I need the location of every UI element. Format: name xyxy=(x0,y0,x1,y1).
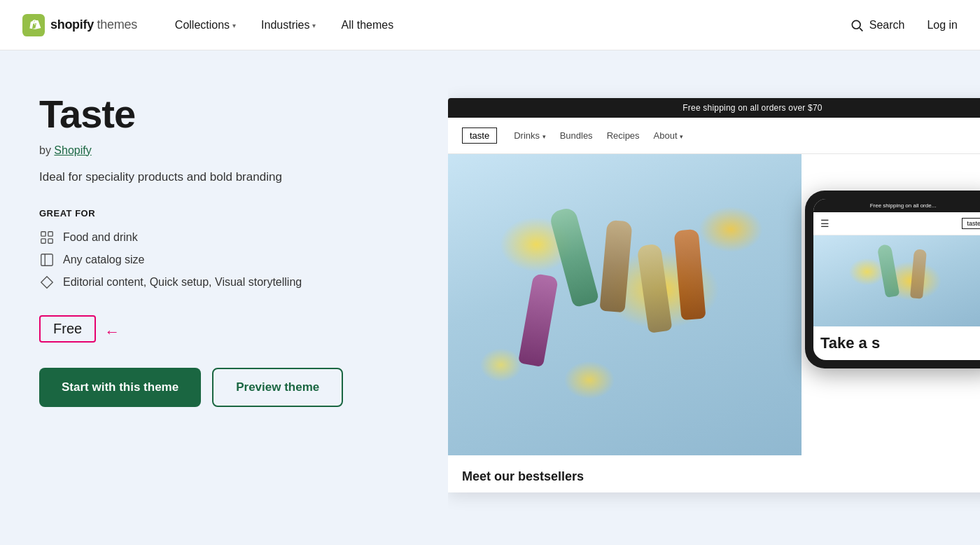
preview-nav-about: About ▾ xyxy=(654,130,684,141)
svg-line-2 xyxy=(860,28,862,31)
theme-description: Ideal for speciality products and bold b… xyxy=(39,168,409,186)
main-content: Taste by Shopify Ideal for speciality pr… xyxy=(0,50,980,545)
mobile-hero-heading: Take a s xyxy=(820,335,980,352)
theme-info-panel: Taste by Shopify Ideal for speciality pr… xyxy=(0,50,448,545)
grid-icon xyxy=(39,230,55,245)
feature-editorial: Editorial content, Quick setup, Visual s… xyxy=(39,275,409,290)
preview-nav-recipes: Recipes xyxy=(607,130,640,141)
mobile-store-logo: taste xyxy=(962,218,980,229)
site-header: shopify themes Collections ▾ Industries … xyxy=(0,0,980,50)
price-arrow-icon: ← xyxy=(104,323,120,341)
diamond-icon xyxy=(39,275,55,290)
preview-shipping-banner: Free shipping on all orders over $70 xyxy=(448,98,980,118)
header-actions: Search Log in xyxy=(844,13,958,38)
theme-preview-panel: Free shipping on all orders over $70 tas… xyxy=(448,50,980,545)
mobile-screen: Free shipping on all orde... ☰ taste Tak… xyxy=(813,199,980,360)
mobile-shipping-banner: Free shipping on all orde... xyxy=(813,199,980,212)
mobile-nav: ☰ taste xyxy=(813,212,980,235)
mobile-hamburger-icon: ☰ xyxy=(820,218,830,229)
feature-food-drink: Food and drink xyxy=(39,230,409,245)
svg-point-1 xyxy=(852,20,860,29)
logo-text: shopify themes xyxy=(50,18,137,32)
svg-rect-7 xyxy=(41,254,53,266)
price-badge: Free xyxy=(39,315,96,343)
mobile-hero-image xyxy=(813,235,980,326)
mobile-preview: Free shipping on all orde... ☰ taste Tak… xyxy=(805,191,980,368)
preview-nav-items: Drinks ▾ Bundles Recipes About ▾ xyxy=(514,130,683,141)
feature-list: Food and drink Any catalog size Editoria… xyxy=(39,230,409,290)
shopify-logo-icon xyxy=(22,14,45,36)
main-navigation: Collections ▾ Industries ▾ All themes xyxy=(165,13,844,37)
preview-hero-image xyxy=(448,154,802,455)
nav-all-themes[interactable]: All themes xyxy=(331,13,403,37)
preview-nav-drinks: Drinks ▾ xyxy=(514,130,545,141)
preview-section-title: Meet our bestsellers xyxy=(448,455,980,492)
preview-nav-bundles: Bundles xyxy=(560,130,593,141)
great-for-label: GREAT FOR xyxy=(39,208,409,219)
book-icon xyxy=(39,252,55,268)
author-link[interactable]: Shopify xyxy=(54,144,91,156)
price-row: Free ← xyxy=(39,315,409,348)
preview-theme-button[interactable]: Preview theme xyxy=(212,368,343,407)
preview-nav: taste Drinks ▾ Bundles Recipes About ▾ xyxy=(448,118,980,154)
search-icon xyxy=(850,18,864,32)
chevron-icon: ▾ xyxy=(680,133,683,140)
start-theme-button[interactable]: Start with this theme xyxy=(39,368,201,407)
feature-catalog-size: Any catalog size xyxy=(39,252,409,268)
chevron-icon: ▾ xyxy=(542,133,546,140)
svg-rect-5 xyxy=(41,239,46,243)
preview-store-logo: taste xyxy=(462,127,497,144)
nav-industries[interactable]: Industries ▾ xyxy=(251,13,326,37)
theme-author-line: by Shopify xyxy=(39,144,409,157)
search-button[interactable]: Search xyxy=(844,13,911,38)
chevron-down-icon: ▾ xyxy=(232,22,236,29)
login-button[interactable]: Log in xyxy=(927,19,958,32)
logo-link[interactable]: shopify themes xyxy=(22,14,137,36)
svg-rect-3 xyxy=(41,232,46,236)
theme-title: Taste xyxy=(39,92,409,136)
chevron-down-icon: ▾ xyxy=(312,22,316,29)
nav-collections[interactable]: Collections ▾ xyxy=(165,13,246,37)
mobile-hero-text: Take a s xyxy=(813,326,980,360)
svg-rect-0 xyxy=(22,14,45,36)
svg-rect-6 xyxy=(48,239,52,243)
cta-buttons: Start with this theme Preview theme xyxy=(39,368,409,407)
svg-rect-4 xyxy=(48,232,52,236)
